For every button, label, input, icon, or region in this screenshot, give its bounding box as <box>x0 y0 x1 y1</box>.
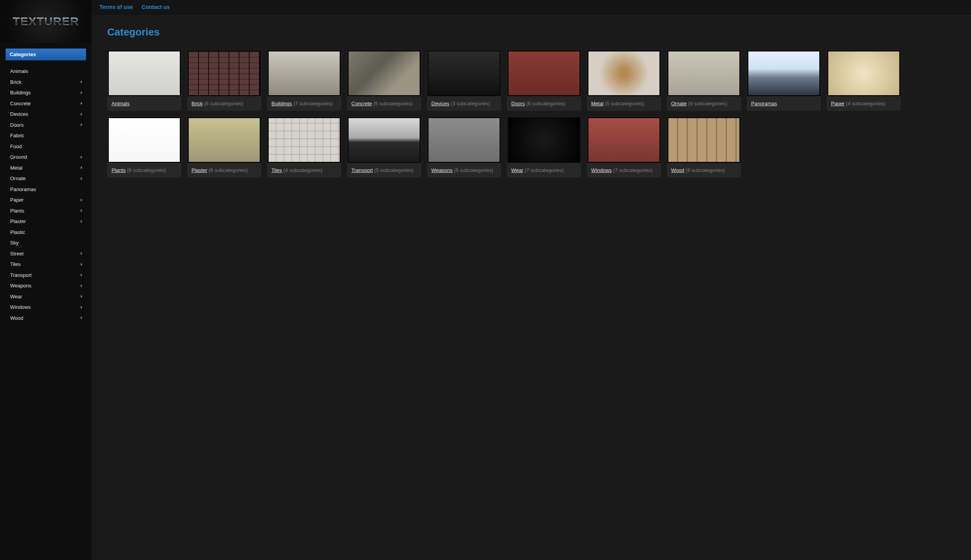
sidebar-item[interactable]: Street <box>5 248 86 259</box>
sidebar-item[interactable]: Plants <box>5 206 86 216</box>
category-thumb[interactable] <box>427 50 501 96</box>
category-thumb[interactable] <box>108 117 181 163</box>
category-link[interactable]: Weapons <box>431 167 453 173</box>
category-subcount: (5 subcategories) <box>604 101 644 106</box>
category-card-footer: Transport (5 subcategories) <box>347 163 421 177</box>
category-link[interactable]: Transport <box>351 167 373 173</box>
category-card: Brick (6 subcategories) <box>187 50 261 111</box>
sidebar-item[interactable]: Metal <box>5 163 86 174</box>
logo[interactable]: TEXTURER <box>0 0 92 43</box>
category-thumb[interactable] <box>667 50 741 96</box>
sidebar-item-label: Panoramas <box>10 186 36 193</box>
sidebar-item[interactable]: Concrete <box>5 98 86 109</box>
category-thumb[interactable] <box>188 117 261 163</box>
category-card-footer: Plants (6 subcategories) <box>108 163 181 177</box>
category-link[interactable]: Plants <box>112 167 126 173</box>
sidebar-item[interactable]: Wear <box>5 291 86 302</box>
category-card: Panoramas <box>747 50 821 111</box>
category-link[interactable]: Panoramas <box>751 101 777 106</box>
category-thumb[interactable] <box>507 117 581 163</box>
sidebar-item[interactable]: Weapons <box>5 280 86 291</box>
category-thumb[interactable] <box>347 50 421 96</box>
category-card-footer: Tiles (4 subcategories) <box>268 163 341 177</box>
category-thumb[interactable] <box>507 50 581 96</box>
chevron-right-icon <box>81 113 82 116</box>
sidebar-item[interactable]: Transport <box>5 270 86 281</box>
category-link[interactable]: Concrete <box>351 101 372 106</box>
category-card-footer: Buildings (7 subcategories) <box>268 96 341 110</box>
chevron-right-icon <box>81 306 82 309</box>
category-grid: AnimalsBrick (6 subcategories)Buildings … <box>107 50 955 177</box>
sidebar-item[interactable]: Wood <box>5 313 86 324</box>
category-card-footer: Plaster (6 subcategories) <box>188 163 261 177</box>
sidebar-item[interactable]: Panoramas <box>5 184 86 195</box>
category-thumb[interactable] <box>188 50 261 96</box>
sidebar-item-label: Wear <box>10 293 22 301</box>
sidebar-item-label: Metal <box>10 164 23 172</box>
category-subcount: (5 subcategories) <box>373 167 413 173</box>
category-subcount: (7 subcategories) <box>292 101 333 106</box>
category-link[interactable]: Devices <box>431 101 449 106</box>
sidebar: TEXTURER Categories AnimalsBrickBuilding… <box>0 0 92 560</box>
category-link[interactable]: Wear <box>511 167 523 173</box>
sidebar-item[interactable]: Plastic <box>5 227 86 238</box>
category-thumb[interactable] <box>827 50 900 96</box>
category-link[interactable]: Brick <box>191 101 203 106</box>
category-card-footer: Ornate (9 subcategories) <box>667 96 741 110</box>
category-thumb[interactable] <box>427 117 501 163</box>
logo-text: TEXTURER <box>13 15 79 28</box>
sidebar-item-label: Tiles <box>10 261 21 268</box>
sidebar-item-label: Transport <box>10 271 32 279</box>
category-thumb[interactable] <box>747 50 820 96</box>
category-link[interactable]: Tiles <box>271 167 282 173</box>
category-subcount: (5 subcategories) <box>453 167 493 173</box>
sidebar-item[interactable]: Food <box>5 141 86 152</box>
category-thumb[interactable] <box>667 117 741 163</box>
sidebar-item[interactable]: Sky <box>5 237 86 248</box>
sidebar-item[interactable]: Windows <box>5 302 86 313</box>
category-link[interactable]: Paper <box>831 101 845 106</box>
category-thumb[interactable] <box>587 117 661 163</box>
topnav-link[interactable]: Contact us <box>142 4 170 10</box>
main: Terms of useContact us Categories Animal… <box>92 0 971 560</box>
category-thumb[interactable] <box>268 117 341 163</box>
category-link[interactable]: Ornate <box>671 101 687 106</box>
category-card: Wood (8 subcategories) <box>667 117 741 177</box>
category-thumb[interactable] <box>587 50 661 96</box>
category-link[interactable]: Buildings <box>271 101 292 106</box>
category-card-footer: Brick (6 subcategories) <box>188 96 261 110</box>
sidebar-item[interactable]: Animals <box>5 66 86 77</box>
chevron-right-icon <box>81 316 82 319</box>
sidebar-item[interactable]: Ornate <box>5 173 86 184</box>
category-subcount: (6 subcategories) <box>207 167 248 173</box>
category-thumb[interactable] <box>268 50 341 96</box>
category-card: Concrete (5 subcategories) <box>347 50 421 111</box>
sidebar-item[interactable]: Tiles <box>5 259 86 270</box>
sidebar-item[interactable]: Ground <box>5 152 86 163</box>
sidebar-item[interactable]: Brick <box>5 77 86 88</box>
category-card: Wear (7 subcategories) <box>507 117 581 177</box>
sidebar-item[interactable]: Plaster <box>5 216 86 227</box>
category-thumb[interactable] <box>108 50 181 96</box>
category-link[interactable]: Windows <box>591 167 612 173</box>
chevron-right-icon <box>81 102 82 105</box>
category-link[interactable]: Metal <box>591 101 604 106</box>
sidebar-item[interactable]: Doors <box>5 120 86 131</box>
category-subcount: (3 subcategories) <box>449 101 490 106</box>
category-card-footer: Metal (5 subcategories) <box>587 96 661 110</box>
category-link[interactable]: Plaster <box>191 167 207 173</box>
topnav-link[interactable]: Terms of use <box>99 4 133 10</box>
sidebar-item[interactable]: Fabric <box>5 130 86 141</box>
sidebar-item[interactable]: Devices <box>5 109 86 120</box>
sidebar-item[interactable]: Buildings <box>5 87 86 98</box>
category-link[interactable]: Wood <box>671 167 684 173</box>
category-thumb[interactable] <box>347 117 421 163</box>
category-subcount: (7 subcategories) <box>523 167 564 173</box>
sidebar-heading[interactable]: Categories <box>5 48 86 60</box>
category-card: Weapons (5 subcategories) <box>427 117 501 177</box>
category-card-footer: Wear (7 subcategories) <box>507 163 581 177</box>
chevron-right-icon <box>81 263 82 266</box>
category-link[interactable]: Doors <box>511 101 525 106</box>
category-link[interactable]: Animals <box>112 101 129 106</box>
sidebar-item[interactable]: Paper <box>5 195 86 206</box>
